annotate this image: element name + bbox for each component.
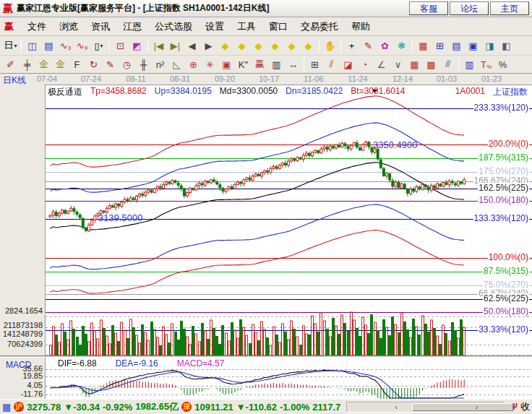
wave-9-icon[interactable]: ∿9 [74,38,90,53]
date-tick-08-11: 08-11 [126,74,145,83]
menu-item-工具[interactable]: 工具 [231,18,262,35]
stock-pool-icon[interactable]: ⊡ [112,38,129,53]
menu-item-交易委托[interactable]: 交易委托 [294,18,345,35]
draw-line-icon[interactable]: ✎ [360,38,377,53]
gold-ratio-icon[interactable]: 金 [35,57,52,72]
cycle-clock-icon[interactable]: ◷ [119,57,135,72]
fan-lines-icon[interactable]: ⫽ [323,57,340,72]
gann-diamond-4-icon[interactable]: ◆ [267,38,283,53]
grid-tool-icon[interactable]: ▦ [406,57,423,72]
menu-item-江恩[interactable]: 江恩 [116,18,148,35]
pan-hand-icon[interactable]: ✋ [322,38,338,53]
printer-icon[interactable]: ◧ [498,38,515,53]
circle-cross-icon[interactable]: ⊕ [185,57,202,72]
customer-service-button[interactable]: 客服 [409,1,448,15]
trend-angle-icon[interactable]: ∠ [373,57,390,72]
k-quote-icon[interactable]: K″ [235,57,252,72]
box-grid-icon[interactable]: ⊞ [306,57,323,72]
panel-divider[interactable] [0,355,532,358]
menu-item-浏览[interactable]: 浏览 [53,18,85,35]
scroll-right-arrow[interactable]: › [471,402,482,412]
candle-style-selector[interactable]: ▯▾ [90,38,107,53]
pen-tool-icon[interactable]: ✎ [102,57,119,72]
colored-kline-icon[interactable]: ◩ [129,38,145,53]
arc-fan-icon[interactable]: ◔ [356,57,373,72]
wave-3-icon[interactable]: ∿3 [57,38,74,53]
spiral-icon[interactable]: ↻ [85,57,102,72]
menu-item-设置[interactable]: 设置 [199,18,231,35]
square-target-icon[interactable]: ▣ [218,57,235,72]
calculator-icon[interactable]: ⊞ [432,38,448,53]
shenzhen-badge: 深 [181,402,192,412]
status-right-label: 收 [520,400,530,413]
title-bar: 赢 赢家江恩专业版[赢家服务平台] - [上证指数 SH1A0001-142日K… [0,0,532,17]
menu-item-资讯[interactable]: 资讯 [85,18,116,35]
ruler-ticks-icon[interactable]: ╫ [135,57,152,72]
toolbar-main: 日▾◫▤∿3∿9▯▾⊡◩|◀▶|◀▶◆◆◆◆◆◆✋+✎✿❃▦⊞▤▣◨◧ [0,36,532,56]
toolbar-separator [304,58,304,72]
festival-marker-icon[interactable]: ✿ [377,38,393,53]
network-icon[interactable]: ◨ [481,38,498,53]
save-icon[interactable]: ▣ [465,38,481,53]
scale-compare-icon[interactable]: ▥ [461,57,478,72]
grid-axis-icon[interactable]: ▩ [423,57,439,72]
v-shape-icon[interactable]: ∨ [390,57,406,72]
first-page-icon[interactable]: |◀ [150,38,167,53]
win-tool-icon[interactable]: 赢 [252,57,268,72]
next-page-icon[interactable]: ▶ [200,38,217,53]
fibonacci-f-icon[interactable]: F [69,57,85,72]
forum-button[interactable]: 论坛 [450,1,489,15]
report-list-icon[interactable]: ▤ [40,38,57,53]
price-chart-canvas[interactable] [45,85,532,400]
horizontal-scrollbar[interactable]: ‹ › [346,402,505,413]
calendar-icon[interactable]: ▦ [415,38,432,53]
gann-diamond-5-icon[interactable]: ◆ [283,38,300,53]
shaded-fan-icon[interactable]: ◪ [340,57,356,72]
app-window: { "title_bar":{ "logo":"赢", "app_title":… [0,0,532,414]
crosshair-icon[interactable]: + [343,38,360,53]
gann-diamond-2-icon[interactable]: ◆ [233,38,250,53]
volume-scale-label: 2824.1654 [1,306,43,315]
quote-grid-icon[interactable]: ▦ [2,402,11,413]
menu-bar: 赢 文件浏览资讯江恩公式选股设置工具窗口交易委托帮助 [0,17,532,36]
gold-ratio-2-icon[interactable]: 金 [52,57,69,72]
gann-diamond-1-icon[interactable]: ◆ [217,38,233,53]
prev-page-icon[interactable]: ◀ [184,38,200,53]
homepage-button[interactable]: 主页 [490,1,529,15]
toolbar-separator [340,39,341,53]
gann-ruler-icon[interactable]: ╪ [19,57,35,72]
gann-diamond-6-icon[interactable]: ◆ [300,38,317,53]
date-tick-12-14: 12-14 [392,74,413,83]
last-page-icon[interactable]: ▶| [167,38,184,53]
brush-icon[interactable]: ✐ [2,57,19,72]
date-tick-07-24: 07-24 [81,74,101,83]
ruler-123-icon[interactable]: ▥ [268,57,285,72]
menu-item-文件[interactable]: 文件 [21,18,53,35]
notepad-icon[interactable]: ▤ [448,38,465,53]
sz-index-amount: 2117.7 [312,402,340,413]
gann-diamond-3-icon[interactable]: ◆ [250,38,267,53]
sz-index-change: ▼-110.62 [236,402,277,413]
toolbar-separator [147,39,148,53]
menu-item-公式选股[interactable]: 公式选股 [148,18,199,35]
percent-icon[interactable]: % [494,57,511,72]
volume-scale-label: 141248799 [1,329,43,338]
angle-mirror-icon[interactable]: ◺ [168,57,185,72]
period-selector[interactable]: 日▾ [2,38,19,53]
sh-index-amount: 1982.65亿 [135,400,179,413]
sz-index-value: 10911.21 [194,402,233,413]
width-measure-icon[interactable]: ↔ [285,57,301,72]
scroll-left-arrow[interactable]: ‹ [390,402,402,412]
menu-item-窗口[interactable]: 窗口 [262,18,294,35]
t-percent-icon[interactable]: T% [478,57,494,72]
knot-marker-icon[interactable]: ❃ [393,38,410,53]
star-target-icon[interactable]: ✳ [202,57,218,72]
menu-item-帮助[interactable]: 帮助 [345,18,377,35]
market-map-icon[interactable]: ◫ [24,38,40,53]
parallel-lines-icon[interactable]: ⫻ [439,57,456,72]
chart-region: 07-0407-2408-1108-3109-2010-1711-0611-24… [0,74,532,399]
scrollbar-thumb[interactable] [412,403,513,411]
n-square-icon[interactable]: n² [152,57,168,72]
status-bar: ▦ 沪 3275.78 ▼-30.34 -0.92% 1982.65亿 深 10… [0,399,532,414]
macd-scale-label: -11.76 [1,389,43,398]
